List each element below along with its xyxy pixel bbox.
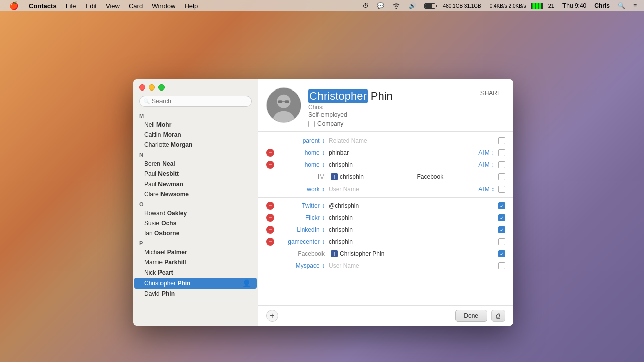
- notification-center-icon[interactable]: ≡: [630, 2, 640, 9]
- avatar: [266, 87, 301, 123]
- field-label-parent[interactable]: parent ↕: [278, 137, 329, 144]
- field-label-gamecenter[interactable]: gamecenter ↕: [278, 238, 329, 245]
- field-label-twitter[interactable]: Twitter ↕: [278, 202, 329, 209]
- field-value-related-name[interactable]: Related Name: [329, 137, 494, 144]
- field-label-flickr[interactable]: Flickr ↕: [278, 214, 329, 221]
- field-value-flickr[interactable]: chrisphin: [329, 214, 494, 221]
- contact-ian-osborne[interactable]: Ian Osborne: [134, 228, 257, 238]
- contact-paul-newman[interactable]: Paul Newman: [134, 179, 257, 189]
- share-icon-button[interactable]: ⎙: [491, 310, 505, 322]
- first-name-highlighted: Christopher: [308, 89, 368, 103]
- field-checkbox-twitter[interactable]: [498, 202, 505, 209]
- contact-david-phin[interactable]: David Phin: [134, 289, 257, 299]
- activity-monitor[interactable]: ▊▊▊: [531, 3, 543, 9]
- field-checkbox-home-aim-1[interactable]: [498, 149, 505, 156]
- field-value-facebook[interactable]: Christopher Phin: [340, 250, 494, 257]
- field-value-username[interactable]: User Name: [329, 186, 475, 193]
- field-value-chrisphin-fb[interactable]: chrisphin: [340, 173, 417, 180]
- field-subtype-facebook[interactable]: Facebook: [417, 173, 495, 180]
- company-checkbox[interactable]: [308, 121, 315, 127]
- delete-button-twitter[interactable]: −: [266, 202, 274, 210]
- field-row-twitter: − Twitter ↕ @chrisphin: [258, 200, 513, 212]
- field-checkbox-linkedin[interactable]: [498, 226, 505, 233]
- menu-window[interactable]: Window: [148, 0, 179, 11]
- field-row-work-aim: work ↕ User Name AIM ↕: [258, 183, 513, 195]
- field-label-home-2[interactable]: home ↕: [278, 161, 329, 168]
- menu-view[interactable]: View: [102, 0, 124, 11]
- volume-icon[interactable]: 🔊: [406, 2, 419, 9]
- delete-button-flickr[interactable]: −: [266, 214, 274, 222]
- done-button[interactable]: Done: [455, 310, 487, 322]
- storage-info: 480.1GB 31.1GB: [440, 3, 485, 9]
- field-subtype-aim-1[interactable]: AIM ↕: [478, 149, 494, 156]
- delete-button-home-aim-2[interactable]: −: [266, 161, 274, 169]
- field-checkbox-gamecenter[interactable]: [498, 238, 505, 245]
- contact-list-panel: 🔍 M Neil Mohr Caitlin Moran Charlotte Mo…: [133, 79, 258, 326]
- contact-nickname: Chris: [308, 104, 469, 111]
- field-label-myspace[interactable]: Myspace ↕: [278, 262, 329, 269]
- contact-clare-newsome[interactable]: Clare Newsome: [134, 189, 257, 199]
- delete-button-gamecenter[interactable]: −: [266, 238, 274, 246]
- contact-charlotte-morgan[interactable]: Charlotte Morgan: [134, 140, 257, 150]
- add-field-button[interactable]: +: [266, 310, 278, 322]
- menu-file[interactable]: File: [62, 0, 80, 11]
- contact-michael-palmer[interactable]: Michael Palmer: [134, 247, 257, 257]
- calendar-icon[interactable]: 21: [545, 3, 557, 9]
- field-subtype-work-aim[interactable]: AIM ↕: [478, 186, 494, 193]
- contact-susie-ochs[interactable]: Susie Ochs: [134, 218, 257, 228]
- search-input[interactable]: [152, 98, 247, 105]
- field-checkbox-myspace[interactable]: [498, 262, 505, 269]
- contact-christopher-phin[interactable]: Christopher Phin 👤: [134, 278, 257, 289]
- minimize-button[interactable]: [149, 84, 155, 90]
- field-label-work[interactable]: work ↕: [278, 186, 329, 193]
- contact-beren-neal[interactable]: Beren Neal: [134, 159, 257, 169]
- messages-icon[interactable]: 💬: [374, 2, 387, 9]
- close-button[interactable]: [139, 84, 145, 90]
- battery-indicator[interactable]: [421, 3, 438, 9]
- avatar-image: [267, 88, 301, 122]
- field-value-gamecenter[interactable]: chrisphin: [329, 238, 494, 245]
- search-field[interactable]: [139, 96, 252, 107]
- field-checkbox-im-facebook[interactable]: [498, 173, 505, 180]
- field-value-chrisphin-aim[interactable]: chrisphin: [329, 161, 475, 168]
- field-value-linkedin[interactable]: chrisphin: [329, 226, 494, 233]
- field-checkbox-parent[interactable]: [498, 137, 505, 144]
- delete-button-home-aim-1[interactable]: −: [266, 149, 274, 157]
- detail-footer: + Done ⎙: [258, 305, 513, 326]
- field-checkbox-home-aim-2[interactable]: [498, 161, 505, 168]
- clock[interactable]: Thu 9:40: [559, 2, 589, 9]
- field-label-linkedin[interactable]: LinkedIn ↕: [278, 226, 329, 233]
- apple-menu[interactable]: 🍎: [4, 0, 24, 11]
- field-value-phinbar[interactable]: phinbar: [329, 149, 475, 156]
- person-icon: 👤: [242, 279, 251, 287]
- maximize-button[interactable]: [158, 84, 165, 90]
- contact-howard-oakley[interactable]: Howard Oakley: [134, 208, 257, 218]
- field-value-twitter[interactable]: @chrisphin: [329, 202, 494, 209]
- company-label: Company: [317, 120, 343, 127]
- menu-help[interactable]: Help: [180, 0, 202, 11]
- time-machine-icon[interactable]: ⏱: [360, 2, 372, 9]
- contact-mamie-parkhill[interactable]: Mamie Parkhill: [134, 257, 257, 267]
- field-row-gamecenter: − gamecenter ↕ chrisphin: [258, 236, 513, 248]
- contact-paul-nesbitt[interactable]: Paul Nesbitt: [134, 169, 257, 179]
- detail-fields: parent ↕ Related Name − home ↕ phinbar A…: [258, 132, 513, 305]
- field-value-myspace[interactable]: User Name: [329, 262, 494, 269]
- menu-contacts[interactable]: Contacts: [25, 0, 61, 11]
- footer-right: Done ⎙: [455, 310, 505, 322]
- spotlight-icon[interactable]: 🔍: [615, 2, 628, 9]
- delete-button-linkedin[interactable]: −: [266, 226, 274, 234]
- facebook-icon-facebook: f: [331, 250, 338, 257]
- field-checkbox-flickr[interactable]: [498, 214, 505, 221]
- share-button[interactable]: SHARE: [476, 87, 505, 99]
- contact-nick-peart[interactable]: Nick Peart: [134, 267, 257, 278]
- menu-edit[interactable]: Edit: [82, 0, 101, 11]
- field-label-home-1[interactable]: home ↕: [278, 149, 329, 156]
- menu-card[interactable]: Card: [125, 0, 147, 11]
- user-name[interactable]: Chris: [591, 2, 613, 9]
- field-checkbox-work-aim[interactable]: [498, 186, 505, 193]
- field-checkbox-facebook[interactable]: [498, 250, 505, 257]
- field-subtype-aim-2[interactable]: AIM ↕: [478, 161, 494, 168]
- contact-neil-mohr[interactable]: Neil Mohr: [134, 120, 257, 130]
- contact-caitlin-moran[interactable]: Caitlin Moran: [134, 130, 257, 140]
- wifi-icon[interactable]: [389, 3, 404, 9]
